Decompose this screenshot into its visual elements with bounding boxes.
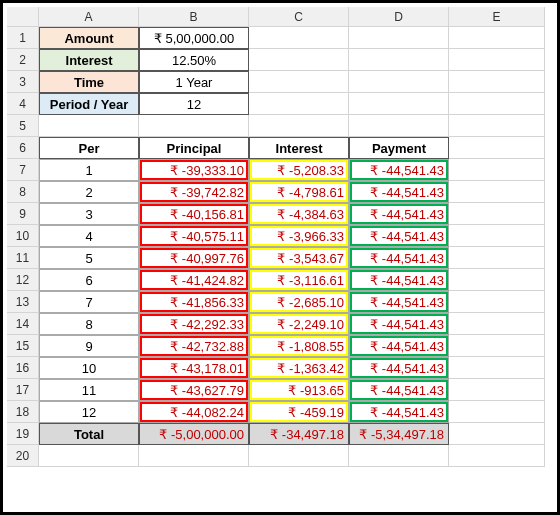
empty-cell[interactable] <box>249 71 349 93</box>
empty-cell[interactable] <box>449 137 545 159</box>
interest-cell[interactable]: ₹ -1,808.55 <box>249 335 349 357</box>
per-cell[interactable]: 12 <box>39 401 139 423</box>
payment-cell[interactable]: ₹ -44,541.43 <box>349 247 449 269</box>
payment-cell[interactable]: ₹ -44,541.43 <box>349 291 449 313</box>
row-header[interactable]: 18 <box>7 401 39 423</box>
time-value[interactable]: 1 Year <box>139 71 249 93</box>
payment-cell[interactable]: ₹ -44,541.43 <box>349 313 449 335</box>
principal-cell[interactable]: ₹ -39,333.10 <box>139 159 249 181</box>
interest-cell[interactable]: ₹ -459.19 <box>249 401 349 423</box>
per-cell[interactable]: 6 <box>39 269 139 291</box>
interest-value[interactable]: 12.50% <box>139 49 249 71</box>
th-payment[interactable]: Payment <box>349 137 449 159</box>
principal-cell[interactable]: ₹ -43,627.79 <box>139 379 249 401</box>
empty-cell[interactable] <box>349 71 449 93</box>
empty-cell[interactable] <box>449 401 545 423</box>
row-header[interactable]: 2 <box>7 49 39 71</box>
row-header[interactable]: 20 <box>7 445 39 467</box>
interest-cell[interactable]: ₹ -3,966.33 <box>249 225 349 247</box>
empty-cell[interactable] <box>449 159 545 181</box>
period-label[interactable]: Period / Year <box>39 93 139 115</box>
empty-cell[interactable] <box>39 445 139 467</box>
empty-cell[interactable] <box>449 291 545 313</box>
th-interest[interactable]: Interest <box>249 137 349 159</box>
row-header[interactable]: 13 <box>7 291 39 313</box>
per-cell[interactable]: 4 <box>39 225 139 247</box>
payment-cell[interactable]: ₹ -44,541.43 <box>349 357 449 379</box>
interest-cell[interactable]: ₹ -3,543.67 <box>249 247 349 269</box>
empty-cell[interactable] <box>349 115 449 137</box>
empty-cell[interactable] <box>349 49 449 71</box>
total-label[interactable]: Total <box>39 423 139 445</box>
empty-cell[interactable] <box>349 27 449 49</box>
per-cell[interactable]: 1 <box>39 159 139 181</box>
empty-cell[interactable] <box>139 445 249 467</box>
row-header[interactable]: 7 <box>7 159 39 181</box>
payment-cell[interactable]: ₹ -44,541.43 <box>349 269 449 291</box>
row-header[interactable]: 19 <box>7 423 39 445</box>
row-header[interactable]: 8 <box>7 181 39 203</box>
empty-cell[interactable] <box>249 49 349 71</box>
principal-cell[interactable]: ₹ -40,156.81 <box>139 203 249 225</box>
empty-cell[interactable] <box>449 335 545 357</box>
empty-cell[interactable] <box>449 71 545 93</box>
empty-cell[interactable] <box>449 357 545 379</box>
payment-cell[interactable]: ₹ -44,541.43 <box>349 401 449 423</box>
principal-cell[interactable]: ₹ -42,292.33 <box>139 313 249 335</box>
empty-cell[interactable] <box>449 115 545 137</box>
per-cell[interactable]: 5 <box>39 247 139 269</box>
row-header[interactable]: 5 <box>7 115 39 137</box>
row-header[interactable]: 1 <box>7 27 39 49</box>
empty-cell[interactable] <box>449 247 545 269</box>
interest-cell[interactable]: ₹ -4,798.61 <box>249 181 349 203</box>
payment-cell[interactable]: ₹ -44,541.43 <box>349 335 449 357</box>
principal-cell[interactable]: ₹ -40,575.11 <box>139 225 249 247</box>
row-header[interactable]: 12 <box>7 269 39 291</box>
row-header[interactable]: 15 <box>7 335 39 357</box>
amount-value[interactable]: ₹ 5,00,000.00 <box>139 27 249 49</box>
empty-cell[interactable] <box>249 445 349 467</box>
total-payment[interactable]: ₹ -5,34,497.18 <box>349 423 449 445</box>
principal-cell[interactable]: ₹ -41,424.82 <box>139 269 249 291</box>
interest-label[interactable]: Interest <box>39 49 139 71</box>
empty-cell[interactable] <box>449 379 545 401</box>
interest-cell[interactable]: ₹ -913.65 <box>249 379 349 401</box>
total-interest[interactable]: ₹ -34,497.18 <box>249 423 349 445</box>
interest-cell[interactable]: ₹ -2,685.10 <box>249 291 349 313</box>
principal-cell[interactable]: ₹ -43,178.01 <box>139 357 249 379</box>
empty-cell[interactable] <box>349 93 449 115</box>
row-header[interactable]: 16 <box>7 357 39 379</box>
per-cell[interactable]: 9 <box>39 335 139 357</box>
row-header[interactable]: 6 <box>7 137 39 159</box>
row-header[interactable]: 9 <box>7 203 39 225</box>
interest-cell[interactable]: ₹ -2,249.10 <box>249 313 349 335</box>
empty-cell[interactable] <box>449 313 545 335</box>
per-cell[interactable]: 8 <box>39 313 139 335</box>
th-per[interactable]: Per <box>39 137 139 159</box>
interest-cell[interactable]: ₹ -3,116.61 <box>249 269 349 291</box>
empty-cell[interactable] <box>449 93 545 115</box>
row-header[interactable]: 10 <box>7 225 39 247</box>
payment-cell[interactable]: ₹ -44,541.43 <box>349 225 449 247</box>
per-cell[interactable]: 10 <box>39 357 139 379</box>
row-header[interactable]: 11 <box>7 247 39 269</box>
col-header-C[interactable]: C <box>249 7 349 27</box>
empty-cell[interactable] <box>349 445 449 467</box>
col-header-B[interactable]: B <box>139 7 249 27</box>
period-value[interactable]: 12 <box>139 93 249 115</box>
time-label[interactable]: Time <box>39 71 139 93</box>
row-header[interactable]: 4 <box>7 93 39 115</box>
total-principal[interactable]: ₹ -5,00,000.00 <box>139 423 249 445</box>
per-cell[interactable]: 7 <box>39 291 139 313</box>
principal-cell[interactable]: ₹ -39,742.82 <box>139 181 249 203</box>
empty-cell[interactable] <box>39 115 139 137</box>
amount-label[interactable]: Amount <box>39 27 139 49</box>
principal-cell[interactable]: ₹ -40,997.76 <box>139 247 249 269</box>
principal-cell[interactable]: ₹ -44,082.24 <box>139 401 249 423</box>
principal-cell[interactable]: ₹ -41,856.33 <box>139 291 249 313</box>
row-header[interactable]: 3 <box>7 71 39 93</box>
interest-cell[interactable]: ₹ -1,363.42 <box>249 357 349 379</box>
empty-cell[interactable] <box>249 115 349 137</box>
th-principal[interactable]: Principal <box>139 137 249 159</box>
payment-cell[interactable]: ₹ -44,541.43 <box>349 203 449 225</box>
